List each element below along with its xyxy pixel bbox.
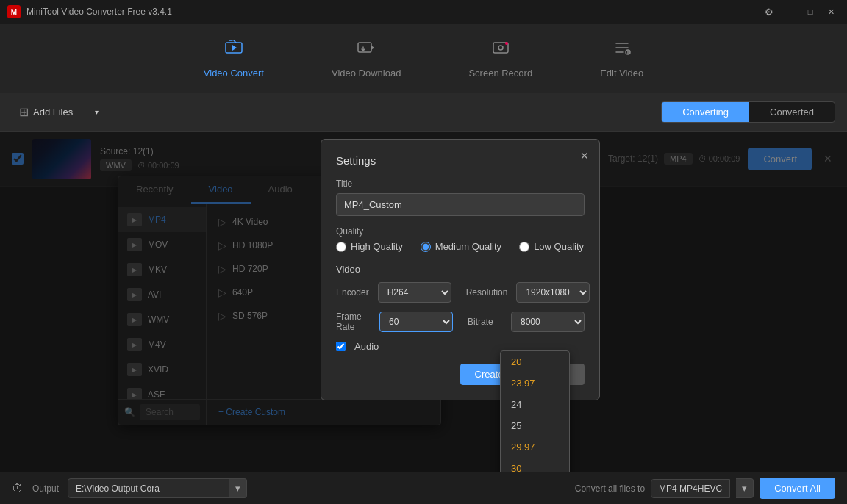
video-download-label: Video Download bbox=[332, 68, 401, 79]
title-bar: M MiniTool Video Converter Free v3.4.1 ⚙… bbox=[0, 0, 847, 24]
output-path-container: ▾ bbox=[68, 478, 566, 498]
nav-tab-screen-record[interactable]: Screen Record bbox=[457, 32, 544, 84]
audio-checkbox[interactable] bbox=[336, 342, 346, 351]
framerate-dropdown: 20 23.97 24 25 29.97 30 50 59.94 60 bbox=[500, 350, 570, 472]
converting-tab[interactable]: Converting bbox=[662, 102, 749, 122]
convert-all-format-dropdown-icon[interactable]: ▾ bbox=[736, 478, 754, 498]
framerate-item-30[interactable]: 30 bbox=[501, 458, 569, 472]
nav-tab-video-convert[interactable]: Video Convert bbox=[192, 32, 276, 84]
nav-tab-video-download[interactable]: Video Download bbox=[320, 32, 412, 84]
screen-record-label: Screen Record bbox=[468, 68, 532, 79]
add-files-label: Add Files bbox=[33, 107, 73, 118]
video-convert-label: Video Convert bbox=[204, 68, 264, 79]
video-convert-icon bbox=[224, 37, 244, 63]
clock-icon: ⏱ bbox=[12, 482, 24, 495]
title-label: Title bbox=[336, 179, 585, 189]
add-files-icon: ⊞ bbox=[19, 105, 29, 119]
app-logo: M bbox=[7, 5, 21, 18]
encoder-select[interactable]: H264 bbox=[378, 282, 451, 303]
screen-record-icon bbox=[490, 37, 511, 63]
output-label: Output bbox=[32, 483, 59, 494]
framerate-item-20[interactable]: 20 bbox=[501, 351, 569, 372]
framerate-item-2397[interactable]: 23.97 bbox=[501, 372, 569, 394]
svg-rect-1 bbox=[358, 43, 371, 52]
title-bar-left: M MiniTool Video Converter Free v3.4.1 bbox=[7, 5, 172, 18]
convert-all-label: Convert all files to bbox=[575, 483, 645, 494]
quality-radio-group: High Quality Medium Quality Low Quality bbox=[336, 241, 585, 252]
framerate-item-25[interactable]: 25 bbox=[501, 415, 569, 436]
settings-title: Settings bbox=[336, 154, 585, 167]
radio-low-quality[interactable]: Low Quality bbox=[519, 241, 584, 252]
toolbar: ⊞ Add Files ▾ Converting Converted bbox=[0, 93, 847, 132]
radio-high-quality[interactable]: High Quality bbox=[336, 241, 403, 252]
framerate-select[interactable]: 60 bbox=[379, 312, 453, 332]
bottom-bar: ⏱ Output ▾ Convert all files to MP4 MP4H… bbox=[0, 472, 847, 504]
radio-medium-quality-label: Medium Quality bbox=[435, 241, 501, 252]
convert-all-button[interactable]: Convert All bbox=[760, 478, 835, 499]
maximize-button[interactable]: □ bbox=[801, 4, 819, 19]
title-bar-controls: ⚙ ─ □ ✕ bbox=[760, 4, 840, 19]
minimize-button[interactable]: ─ bbox=[781, 4, 798, 19]
encoder-row: Encoder H264 Resolution 1920x1080 bbox=[336, 282, 585, 303]
audio-label: Audio bbox=[354, 341, 379, 352]
radio-high-quality-label: High Quality bbox=[351, 241, 403, 252]
add-files-button[interactable]: ⊞ Add Files bbox=[12, 101, 80, 123]
app-title: MiniTool Video Converter Free v3.4.1 bbox=[26, 7, 172, 17]
framerate-item-24[interactable]: 24 bbox=[501, 394, 569, 415]
modal-overlay: Settings ✕ Title Quality High Quality Me… bbox=[0, 132, 847, 472]
video-section-title: Video bbox=[336, 264, 585, 275]
edit-video-label: Edit Video bbox=[600, 68, 643, 79]
encoder-label: Encoder bbox=[336, 287, 369, 298]
convert-all-section: Convert all files to MP4 MP4HEVC ▾ Conve… bbox=[575, 478, 835, 499]
radio-high-quality-input[interactable] bbox=[336, 242, 346, 252]
toolbar-tabs: Converting Converted bbox=[661, 101, 835, 123]
quality-label: Quality bbox=[336, 226, 585, 237]
settings-close-button[interactable]: ✕ bbox=[580, 150, 589, 162]
output-path-dropdown-icon[interactable]: ▾ bbox=[229, 478, 247, 498]
bitrate-select[interactable]: 8000 bbox=[511, 312, 585, 332]
edit-video-icon bbox=[612, 37, 632, 63]
nav-tabs: Video Convert Video Download Screen Reco… bbox=[0, 24, 847, 93]
title-input[interactable] bbox=[336, 193, 585, 216]
framerate-item-2997[interactable]: 29.97 bbox=[501, 436, 569, 458]
bitrate-label: Bitrate bbox=[468, 317, 502, 327]
radio-medium-quality[interactable]: Medium Quality bbox=[421, 241, 501, 252]
svg-point-4 bbox=[505, 42, 508, 45]
add-files-dropdown-button[interactable]: ▾ bbox=[89, 103, 104, 122]
settings-icon[interactable]: ⚙ bbox=[760, 4, 778, 19]
convert-all-format-text: MP4 MP4HEVC bbox=[659, 483, 722, 494]
close-button[interactable]: ✕ bbox=[822, 4, 840, 19]
converted-tab[interactable]: Converted bbox=[749, 102, 835, 122]
radio-low-quality-input[interactable] bbox=[519, 242, 529, 252]
radio-medium-quality-input[interactable] bbox=[421, 242, 431, 252]
video-download-icon bbox=[356, 37, 376, 63]
svg-point-3 bbox=[498, 46, 503, 50]
convert-all-format-display: MP4 MP4HEVC bbox=[651, 479, 730, 498]
nav-tab-edit-video[interactable]: Edit Video bbox=[588, 32, 655, 84]
output-path-input[interactable] bbox=[68, 478, 229, 498]
radio-low-quality-label: Low Quality bbox=[534, 241, 584, 252]
main-area: Source: 12(1) WMV ⏱ 00:00:09 ➤ Target: 1… bbox=[0, 132, 847, 472]
resolution-label: Resolution bbox=[466, 287, 508, 298]
framerate-row: Frame Rate 60 Bitrate 8000 bbox=[336, 312, 585, 332]
resolution-select[interactable]: 1920x1080 bbox=[516, 282, 590, 303]
framerate-label: Frame Rate bbox=[336, 312, 371, 332]
